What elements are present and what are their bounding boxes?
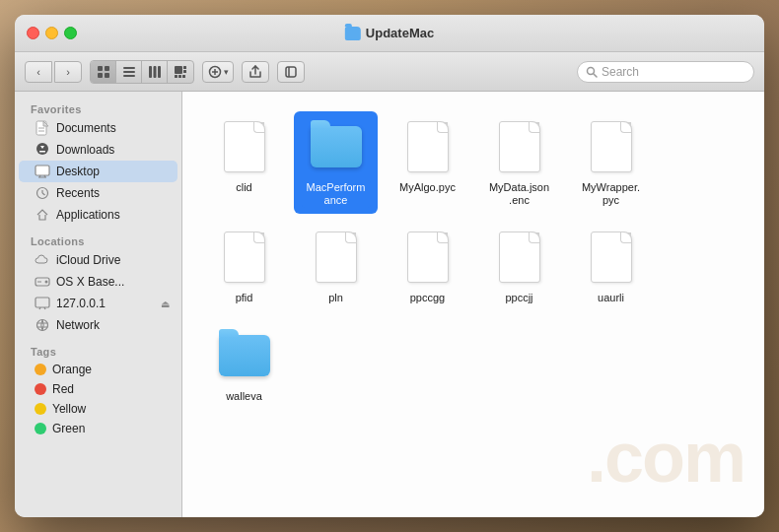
svg-rect-5 — [123, 71, 135, 73]
documents-icon — [35, 120, 50, 136]
svg-rect-27 — [39, 151, 45, 153]
green-tag-dot — [35, 423, 46, 434]
locations-section-title: Locations — [15, 232, 181, 249]
tag-icon — [283, 64, 299, 80]
content-area: Favorites Documents Downloads Desktop — [15, 92, 764, 517]
sort-button[interactable]: ▾ — [202, 61, 234, 83]
columns-icon — [148, 65, 162, 79]
window-title: UpdateMac — [345, 26, 434, 40]
sidebar-item-tag-red[interactable]: Red — [19, 379, 177, 399]
sidebar-item-label: Applications — [56, 208, 120, 222]
file-name: pln — [325, 291, 346, 305]
svg-rect-19 — [286, 67, 296, 77]
sort-icon — [208, 65, 222, 79]
svg-point-36 — [45, 281, 48, 284]
sidebar-item-desktop[interactable]: Desktop — [19, 161, 177, 182]
back-button[interactable]: ‹ — [25, 61, 52, 83]
file-item-macperformance[interactable]: MacPerformance — [294, 111, 378, 214]
search-bar[interactable]: Search — [577, 61, 754, 83]
desktop-icon — [35, 164, 50, 179]
sidebar-item-documents[interactable]: Documents — [19, 117, 177, 139]
file-name: MyWrapper.pyc — [577, 180, 646, 208]
screen-icon — [35, 296, 50, 311]
sidebar-item-tag-orange[interactable]: Orange — [19, 360, 177, 379]
svg-rect-2 — [98, 73, 103, 78]
grid-icon — [97, 65, 110, 79]
svg-rect-9 — [158, 66, 161, 78]
folder-icon — [219, 326, 270, 385]
svg-line-22 — [594, 74, 597, 77]
file-item-pfid[interactable]: pfid — [202, 222, 286, 311]
svg-rect-28 — [35, 166, 49, 175]
generic-file-shape — [499, 121, 540, 172]
svg-point-41 — [37, 320, 48, 331]
file-icon — [402, 228, 454, 287]
generic-file-shape — [224, 121, 265, 172]
file-item-ppccjj[interactable]: ppccjj — [477, 222, 561, 311]
file-icon — [494, 117, 545, 176]
file-name: ppccjj — [502, 291, 535, 305]
applications-icon — [35, 207, 50, 223]
generic-file-shape — [499, 232, 540, 283]
file-icon — [586, 117, 637, 176]
file-item-walleva[interactable]: walleva — [202, 320, 286, 410]
generic-file-shape — [591, 232, 632, 283]
svg-rect-3 — [105, 73, 109, 78]
folder-shape — [219, 335, 270, 376]
watermark: .com — [587, 417, 744, 498]
sidebar-item-label: Yellow — [52, 402, 86, 416]
sidebar-item-network[interactable]: Network — [19, 314, 177, 336]
orange-tag-dot — [35, 364, 46, 375]
file-name: MyAlgo.pyc — [396, 180, 459, 195]
folder-shape — [311, 126, 362, 167]
file-name: clid — [233, 180, 255, 195]
svg-rect-13 — [175, 75, 177, 78]
svg-rect-4 — [123, 67, 135, 69]
file-item-clid[interactable]: clid — [202, 111, 286, 214]
generic-file-shape — [591, 121, 632, 172]
sidebar-item-localhost[interactable]: 127.0.0.1 ⏏ — [19, 293, 177, 314]
file-item-ppccgg[interactable]: ppccgg — [386, 222, 469, 311]
share-button[interactable] — [242, 61, 269, 83]
maximize-button[interactable] — [64, 27, 77, 39]
forward-button[interactable]: › — [54, 61, 82, 83]
file-item-mywrapper[interactable]: MyWrapper.pyc — [569, 111, 653, 214]
sidebar-item-osxbase[interactable]: OS X Base... — [19, 271, 177, 293]
svg-rect-0 — [98, 66, 103, 71]
chevron-right-icon: › — [66, 66, 70, 78]
column-view-button[interactable] — [142, 61, 168, 83]
search-placeholder: Search — [602, 65, 639, 79]
svg-rect-38 — [35, 298, 49, 307]
tags-section-title: Tags — [15, 342, 181, 360]
svg-point-21 — [588, 67, 595, 74]
eject-icon[interactable]: ⏏ — [161, 299, 170, 309]
sidebar-item-applications[interactable]: Applications — [19, 204, 177, 226]
file-item-uaurli[interactable]: uaurli — [569, 222, 653, 311]
list-view-button[interactable] — [116, 61, 142, 83]
sidebar-item-downloads[interactable]: Downloads — [19, 139, 177, 161]
sidebar-item-icloud[interactable]: iCloud Drive — [19, 249, 177, 271]
svg-rect-7 — [149, 66, 152, 78]
sidebar-item-tag-green[interactable]: Green — [19, 419, 177, 438]
svg-rect-11 — [183, 66, 186, 69]
generic-file-shape — [407, 232, 449, 283]
file-item-myalgo[interactable]: MyAlgo.pyc — [386, 111, 469, 214]
file-icon — [402, 117, 454, 176]
icon-view-button[interactable] — [91, 61, 116, 83]
chevron-left-icon: ‹ — [36, 66, 40, 78]
gallery-view-button[interactable] — [168, 61, 193, 83]
sidebar-item-recents[interactable]: Recents — [19, 182, 177, 204]
file-item-pln[interactable]: pln — [294, 222, 378, 311]
svg-rect-1 — [105, 66, 109, 71]
tag-button[interactable] — [277, 61, 305, 83]
minimize-button[interactable] — [45, 27, 58, 39]
sidebar: Favorites Documents Downloads Desktop — [15, 92, 182, 517]
list-icon — [122, 65, 136, 79]
sidebar-item-tag-yellow[interactable]: Yellow — [19, 399, 177, 419]
gallery-icon — [174, 65, 187, 79]
close-button[interactable] — [27, 27, 39, 39]
file-name: pfid — [233, 291, 256, 305]
sidebar-item-label: OS X Base... — [56, 275, 124, 289]
traffic-lights — [27, 27, 77, 39]
file-item-mydata[interactable]: MyData.json.enc — [477, 111, 561, 214]
